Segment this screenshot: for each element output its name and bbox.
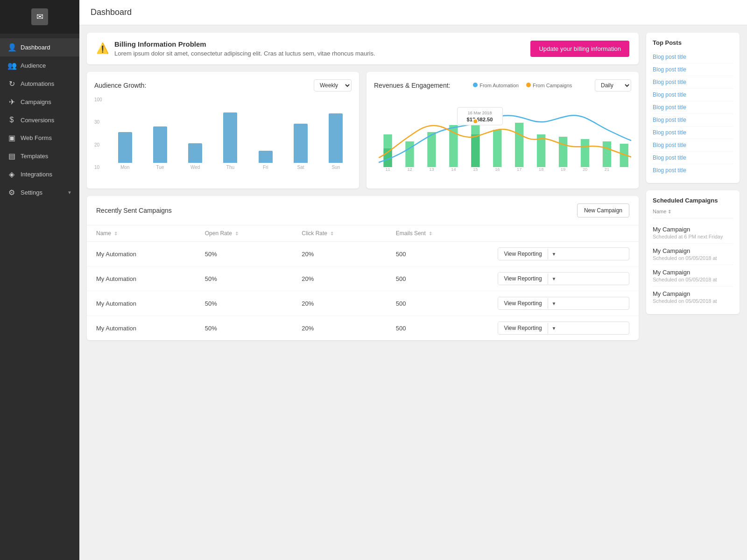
top-post-item[interactable]: Blog post title (653, 164, 733, 176)
sidebar-item-label-automations: Automations (21, 80, 72, 87)
sidebar-item-settings[interactable]: ⚙Settings▼ (0, 183, 79, 202)
view-reporting-button[interactable]: View Reporting (498, 273, 547, 285)
sidebar-item-automations[interactable]: ↻Automations (0, 75, 79, 93)
table-row: My Automation50%20%500View Reporting▼ (87, 266, 639, 291)
scheduled-name-col: Name ⇕ (653, 209, 733, 218)
top-post-item[interactable]: Blog post title (653, 114, 733, 126)
svg-rect-11 (581, 139, 589, 167)
view-reporting-button-group: View Reporting▼ (498, 322, 629, 335)
bar-chart-area: MonTueWedThuFriSatSun (109, 97, 352, 181)
top-post-item[interactable]: Blog post title (653, 51, 733, 63)
page-title: Dashboard (91, 7, 132, 17)
top-posts-title: Top Posts (653, 39, 733, 46)
top-posts-list: Blog post titleBlog post titleBlog post … (653, 51, 733, 176)
view-reporting-button[interactable]: View Reporting (498, 248, 547, 260)
bar-label: Fri (263, 165, 268, 170)
campaign-open-rate: 50% (196, 242, 293, 266)
sidebar-item-label-dashboard: Dashboard (21, 44, 72, 51)
view-reporting-dropdown-arrow[interactable]: ▼ (548, 323, 560, 334)
svg-text:17: 17 (517, 167, 521, 172)
col-actions (488, 225, 639, 242)
billing-banner: ⚠️ Billing Information Problem Lorem ips… (87, 33, 639, 64)
sidebar-item-campaigns[interactable]: ✈Campaigns (0, 93, 79, 111)
bar-label: Tue (156, 165, 164, 170)
conversions-icon: $ (7, 116, 16, 124)
view-reporting-dropdown-arrow[interactable]: ▼ (548, 249, 560, 259)
scheduled-title: Scheduled Campaigns (653, 197, 733, 204)
revenue-engagement-chart: Revenues & Engagement: From Automation F… (366, 72, 639, 189)
view-reporting-dropdown-arrow[interactable]: ▼ (548, 273, 560, 284)
bar-col: Wed (180, 143, 211, 170)
svg-rect-6 (471, 134, 479, 167)
svg-text:11: 11 (385, 167, 390, 172)
settings-icon: ⚙ (7, 188, 16, 197)
svg-rect-3 (427, 132, 436, 167)
sidebar-item-label-conversions: Conversions (21, 117, 72, 124)
sidebar-item-label-templates: Templates (21, 153, 72, 160)
sidebar-item-label-web-forms: Web Forms (21, 134, 72, 141)
view-reporting-button[interactable]: View Reporting (498, 322, 547, 334)
svg-rect-10 (559, 137, 567, 167)
top-post-item[interactable]: Blog post title (653, 126, 733, 139)
revenue-legend: From Automation From Campaigns (473, 83, 572, 88)
revenue-chart-area: 16 Mar 2018 $12,682.50 11 12 13 14 15 16 (374, 97, 631, 181)
charts-row: Audience Growth: Weekly Monthly Daily 10… (87, 72, 639, 189)
revenue-chart-header: Revenues & Engagement: From Automation F… (374, 79, 631, 91)
sidebar-item-conversions[interactable]: $Conversions (0, 111, 79, 129)
svg-text:12: 12 (407, 167, 412, 172)
svg-point-17 (473, 119, 478, 124)
bar-col: Sat (285, 124, 316, 170)
clickrate-sort-icon[interactable]: ⇕ (330, 231, 334, 236)
audience-period-select[interactable]: Weekly Monthly Daily (314, 79, 352, 91)
scheduled-campaigns-card: Scheduled Campaigns Name ⇕ My CampaignSc… (646, 190, 740, 314)
name-sort-icon[interactable]: ⇕ (114, 231, 118, 236)
col-click-rate: Click Rate ⇕ (292, 225, 386, 242)
bar-label: Mon (120, 165, 129, 170)
audience-chart-title: Audience Growth: (94, 82, 146, 89)
top-post-item[interactable]: Blog post title (653, 76, 733, 89)
bar-label: Sun (331, 165, 340, 170)
sidebar-item-dashboard[interactable]: 👤Dashboard (0, 38, 79, 56)
table-header: Name ⇕ Open Rate ⇕ Click Rate ⇕ Emails S… (87, 225, 639, 242)
billing-description: Lorem ipsum dolor sit amet, consectetur … (114, 50, 525, 57)
billing-update-button[interactable]: Update your billing information (530, 41, 629, 57)
scheduled-campaign-item: My CampaignScheduled on 05/05/2018 at (653, 265, 733, 287)
bar-rect (259, 151, 273, 163)
campaign-action: View Reporting▼ (488, 266, 639, 291)
audience-chart-header: Audience Growth: Weekly Monthly Daily (94, 79, 352, 91)
campaign-legend: From Campaigns (526, 83, 572, 88)
templates-icon: ▤ (7, 152, 16, 161)
top-post-item[interactable]: Blog post title (653, 152, 733, 164)
sidebar-item-audience[interactable]: 👥Audience (0, 56, 79, 75)
sidebar-item-label-settings: Settings (21, 189, 63, 196)
scheduled-campaign-item: My CampaignScheduled at 6 PM next Friday (653, 222, 733, 244)
top-post-item[interactable]: Blog post title (653, 89, 733, 101)
svg-text:15: 15 (473, 167, 478, 172)
main-content: Dashboard ⚠️ Billing Information Problem… (79, 0, 747, 560)
campaign-name: My Automation (87, 316, 196, 341)
sidebar-item-integrations[interactable]: ◈Integrations (0, 165, 79, 183)
bar-rect (329, 113, 343, 163)
billing-title: Billing Information Problem (114, 40, 525, 48)
col-open-rate: Open Rate ⇕ (196, 225, 293, 242)
revenue-period-select[interactable]: Daily Weekly (595, 79, 631, 91)
bar-chart-y-axis: 10 20 30 100 (94, 97, 107, 170)
svg-rect-8 (515, 123, 523, 167)
top-post-item[interactable]: Blog post title (653, 63, 733, 76)
svg-text:16: 16 (495, 167, 500, 172)
bar-rect (118, 132, 132, 163)
top-post-item[interactable]: Blog post title (653, 101, 733, 114)
emailssent-sort-icon[interactable]: ⇕ (429, 231, 432, 236)
new-campaign-button[interactable]: New Campaign (577, 203, 629, 217)
view-reporting-button[interactable]: View Reporting (498, 297, 547, 309)
bar-rect (294, 124, 308, 163)
view-reporting-dropdown-arrow[interactable]: ▼ (548, 298, 560, 309)
sidebar-item-web-forms[interactable]: ▣Web Forms (0, 129, 79, 147)
openrate-sort-icon[interactable]: ⇕ (235, 231, 239, 236)
scheduled-campaign-time: Scheduled on 05/05/2018 at (653, 298, 733, 304)
audience-icon: 👥 (7, 61, 16, 70)
sidebar-item-templates[interactable]: ▤Templates (0, 147, 79, 165)
audience-growth-chart: Audience Growth: Weekly Monthly Daily 10… (87, 72, 359, 189)
top-post-item[interactable]: Blog post title (653, 139, 733, 152)
top-posts-card: Top Posts Blog post titleBlog post title… (646, 33, 740, 183)
